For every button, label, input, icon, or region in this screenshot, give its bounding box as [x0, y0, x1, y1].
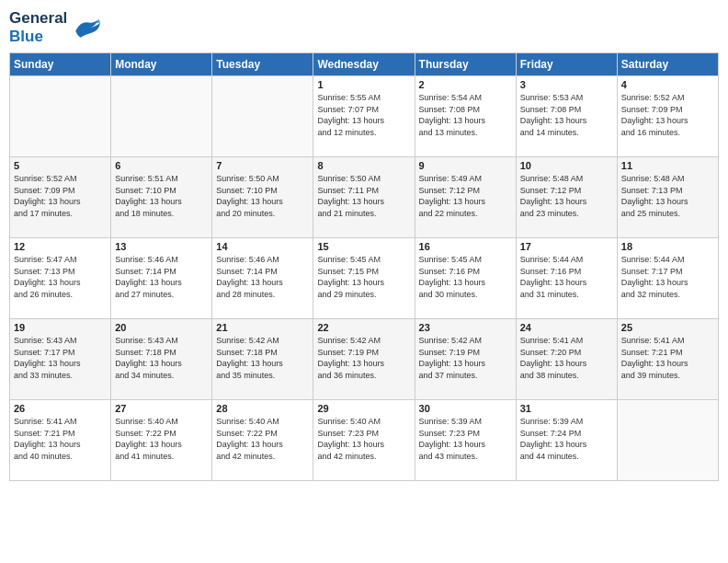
- calendar-cell: 20Sunrise: 5:43 AM Sunset: 7:18 PM Dayli…: [111, 319, 212, 400]
- calendar-cell: 1Sunrise: 5:55 AM Sunset: 7:07 PM Daylig…: [313, 76, 415, 157]
- day-info: Sunrise: 5:43 AM Sunset: 7:17 PM Dayligh…: [14, 335, 107, 381]
- day-info: Sunrise: 5:48 AM Sunset: 7:12 PM Dayligh…: [520, 173, 613, 219]
- calendar-cell: 2Sunrise: 5:54 AM Sunset: 7:08 PM Daylig…: [415, 76, 516, 157]
- day-number: 12: [14, 241, 107, 252]
- day-number: 30: [419, 403, 512, 414]
- calendar-cell: 18Sunrise: 5:44 AM Sunset: 7:17 PM Dayli…: [617, 238, 718, 319]
- weekday-header: Tuesday: [212, 53, 313, 76]
- day-number: 14: [216, 241, 309, 252]
- day-info: Sunrise: 5:41 AM Sunset: 7:21 PM Dayligh…: [621, 335, 714, 381]
- day-info: Sunrise: 5:46 AM Sunset: 7:14 PM Dayligh…: [115, 254, 208, 300]
- day-info: Sunrise: 5:41 AM Sunset: 7:20 PM Dayligh…: [520, 335, 613, 381]
- calendar-table: SundayMondayTuesdayWednesdayThursdayFrid…: [9, 52, 719, 481]
- calendar-cell: 13Sunrise: 5:46 AM Sunset: 7:14 PM Dayli…: [111, 238, 212, 319]
- calendar-cell: 9Sunrise: 5:49 AM Sunset: 7:12 PM Daylig…: [415, 157, 516, 238]
- calendar-cell: [10, 76, 111, 157]
- day-number: 26: [14, 403, 107, 414]
- day-info: Sunrise: 5:50 AM Sunset: 7:10 PM Dayligh…: [216, 173, 309, 219]
- day-number: 3: [520, 79, 613, 90]
- calendar-cell: 4Sunrise: 5:52 AM Sunset: 7:09 PM Daylig…: [617, 76, 718, 157]
- calendar-cell: 6Sunrise: 5:51 AM Sunset: 7:10 PM Daylig…: [111, 157, 212, 238]
- day-number: 16: [419, 241, 512, 252]
- day-number: 21: [216, 322, 309, 333]
- calendar-cell: [212, 76, 313, 157]
- day-info: Sunrise: 5:39 AM Sunset: 7:23 PM Dayligh…: [419, 416, 512, 462]
- calendar-cell: 17Sunrise: 5:44 AM Sunset: 7:16 PM Dayli…: [516, 238, 617, 319]
- day-info: Sunrise: 5:49 AM Sunset: 7:12 PM Dayligh…: [419, 173, 512, 219]
- weekday-header: Wednesday: [313, 53, 415, 76]
- day-info: Sunrise: 5:48 AM Sunset: 7:13 PM Dayligh…: [621, 173, 714, 219]
- calendar-cell: 15Sunrise: 5:45 AM Sunset: 7:15 PM Dayli…: [313, 238, 415, 319]
- calendar-cell: 3Sunrise: 5:53 AM Sunset: 7:08 PM Daylig…: [516, 76, 617, 157]
- logo: General Blue: [9, 9, 102, 45]
- calendar-cell: 25Sunrise: 5:41 AM Sunset: 7:21 PM Dayli…: [617, 319, 718, 400]
- day-info: Sunrise: 5:47 AM Sunset: 7:13 PM Dayligh…: [14, 254, 107, 300]
- weekday-header: Sunday: [10, 53, 111, 76]
- weekday-header: Thursday: [415, 53, 516, 76]
- calendar-cell: 11Sunrise: 5:48 AM Sunset: 7:13 PM Dayli…: [617, 157, 718, 238]
- day-number: 27: [115, 403, 208, 414]
- calendar-cell: [617, 400, 718, 481]
- day-info: Sunrise: 5:44 AM Sunset: 7:16 PM Dayligh…: [520, 254, 613, 300]
- calendar-cell: 31Sunrise: 5:39 AM Sunset: 7:24 PM Dayli…: [516, 400, 617, 481]
- day-info: Sunrise: 5:43 AM Sunset: 7:18 PM Dayligh…: [115, 335, 208, 381]
- calendar-cell: 19Sunrise: 5:43 AM Sunset: 7:17 PM Dayli…: [10, 319, 111, 400]
- day-number: 19: [14, 322, 107, 333]
- calendar-cell: 16Sunrise: 5:45 AM Sunset: 7:16 PM Dayli…: [415, 238, 516, 319]
- weekday-header: Friday: [516, 53, 617, 76]
- calendar-cell: 27Sunrise: 5:40 AM Sunset: 7:22 PM Dayli…: [111, 400, 212, 481]
- calendar-week-row: 19Sunrise: 5:43 AM Sunset: 7:17 PM Dayli…: [10, 319, 719, 400]
- day-info: Sunrise: 5:42 AM Sunset: 7:19 PM Dayligh…: [317, 335, 410, 381]
- calendar-cell: 28Sunrise: 5:40 AM Sunset: 7:22 PM Dayli…: [212, 400, 313, 481]
- day-info: Sunrise: 5:41 AM Sunset: 7:21 PM Dayligh…: [14, 416, 107, 462]
- day-info: Sunrise: 5:40 AM Sunset: 7:22 PM Dayligh…: [216, 416, 309, 462]
- day-number: 8: [317, 160, 410, 171]
- day-info: Sunrise: 5:40 AM Sunset: 7:22 PM Dayligh…: [115, 416, 208, 462]
- calendar-cell: 26Sunrise: 5:41 AM Sunset: 7:21 PM Dayli…: [10, 400, 111, 481]
- day-number: 11: [621, 160, 714, 171]
- day-number: 25: [621, 322, 714, 333]
- day-number: 28: [216, 403, 309, 414]
- day-info: Sunrise: 5:52 AM Sunset: 7:09 PM Dayligh…: [621, 92, 714, 138]
- day-number: 5: [14, 160, 107, 171]
- day-number: 29: [317, 403, 410, 414]
- day-number: 20: [115, 322, 208, 333]
- calendar-week-row: 12Sunrise: 5:47 AM Sunset: 7:13 PM Dayli…: [10, 238, 719, 319]
- calendar-cell: 7Sunrise: 5:50 AM Sunset: 7:10 PM Daylig…: [212, 157, 313, 238]
- calendar-week-row: 26Sunrise: 5:41 AM Sunset: 7:21 PM Dayli…: [10, 400, 719, 481]
- day-info: Sunrise: 5:52 AM Sunset: 7:09 PM Dayligh…: [14, 173, 107, 219]
- calendar-cell: 21Sunrise: 5:42 AM Sunset: 7:18 PM Dayli…: [212, 319, 313, 400]
- day-number: 24: [520, 322, 613, 333]
- calendar-cell: 22Sunrise: 5:42 AM Sunset: 7:19 PM Dayli…: [313, 319, 415, 400]
- calendar-cell: 14Sunrise: 5:46 AM Sunset: 7:14 PM Dayli…: [212, 238, 313, 319]
- day-info: Sunrise: 5:46 AM Sunset: 7:14 PM Dayligh…: [216, 254, 309, 300]
- calendar-cell: [111, 76, 212, 157]
- day-info: Sunrise: 5:51 AM Sunset: 7:10 PM Dayligh…: [115, 173, 208, 219]
- calendar-cell: 10Sunrise: 5:48 AM Sunset: 7:12 PM Dayli…: [516, 157, 617, 238]
- calendar-cell: 24Sunrise: 5:41 AM Sunset: 7:20 PM Dayli…: [516, 319, 617, 400]
- day-info: Sunrise: 5:44 AM Sunset: 7:17 PM Dayligh…: [621, 254, 714, 300]
- logo-line1: General: [9, 9, 67, 28]
- day-number: 4: [621, 79, 714, 90]
- day-info: Sunrise: 5:45 AM Sunset: 7:15 PM Dayligh…: [317, 254, 410, 300]
- calendar-week-row: 5Sunrise: 5:52 AM Sunset: 7:09 PM Daylig…: [10, 157, 719, 238]
- day-info: Sunrise: 5:42 AM Sunset: 7:19 PM Dayligh…: [419, 335, 512, 381]
- day-number: 31: [520, 403, 613, 414]
- calendar-cell: 29Sunrise: 5:40 AM Sunset: 7:23 PM Dayli…: [313, 400, 415, 481]
- calendar-cell: 5Sunrise: 5:52 AM Sunset: 7:09 PM Daylig…: [10, 157, 111, 238]
- day-number: 13: [115, 241, 208, 252]
- day-info: Sunrise: 5:54 AM Sunset: 7:08 PM Dayligh…: [419, 92, 512, 138]
- day-info: Sunrise: 5:55 AM Sunset: 7:07 PM Dayligh…: [317, 92, 410, 138]
- day-number: 6: [115, 160, 208, 171]
- page-header: General Blue: [9, 9, 719, 45]
- day-number: 7: [216, 160, 309, 171]
- calendar-cell: 23Sunrise: 5:42 AM Sunset: 7:19 PM Dayli…: [415, 319, 516, 400]
- day-number: 17: [520, 241, 613, 252]
- weekday-header: Monday: [111, 53, 212, 76]
- calendar-cell: 12Sunrise: 5:47 AM Sunset: 7:13 PM Dayli…: [10, 238, 111, 319]
- calendar-cell: 8Sunrise: 5:50 AM Sunset: 7:11 PM Daylig…: [313, 157, 415, 238]
- calendar-header-row: SundayMondayTuesdayWednesdayThursdayFrid…: [10, 53, 719, 76]
- logo-line2: Blue: [9, 28, 67, 46]
- logo-bird-icon: [69, 14, 102, 41]
- day-number: 1: [317, 79, 410, 90]
